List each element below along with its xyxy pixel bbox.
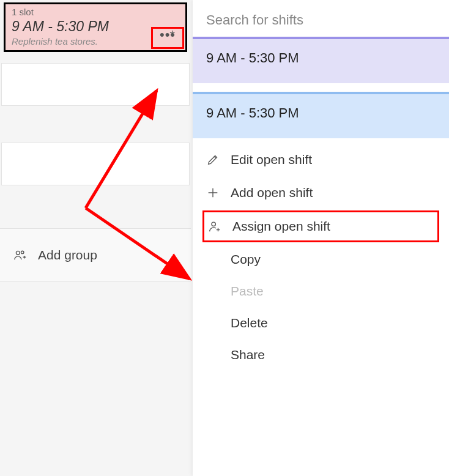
add-group-label: Add group	[38, 248, 97, 262]
context-menu: Edit open shift Add open shift Assign op…	[193, 138, 449, 376]
plus-icon	[205, 185, 221, 201]
pencil-icon	[205, 152, 221, 168]
copy-menuitem[interactable]: Copy	[193, 244, 449, 275]
open-shift-card[interactable]: 1 slot 9 AM - 5:30 PM Replenish tea stor…	[4, 2, 187, 52]
delete-menuitem[interactable]: Delete	[193, 307, 449, 339]
add-open-shift-menuitem[interactable]: Add open shift	[193, 176, 449, 209]
add-group-button[interactable]: Add group	[0, 228, 191, 282]
edit-open-shift-menuitem[interactable]: Edit open shift	[193, 143, 449, 176]
search-input[interactable]	[206, 12, 436, 28]
menu-label: Share	[231, 348, 265, 362]
assign-person-icon	[207, 218, 223, 234]
menu-label: Add open shift	[231, 185, 313, 200]
menu-label: Copy	[231, 252, 261, 267]
left-column: 1 slot 9 AM - 5:30 PM Replenish tea stor…	[0, 0, 191, 476]
menu-label: Edit open shift	[231, 152, 312, 167]
shift-option[interactable]: 9 AM - 5:30 PM	[193, 92, 449, 138]
shift-option[interactable]: 9 AM - 5:30 PM	[193, 37, 449, 83]
svg-point-2	[212, 222, 215, 226]
search-row	[193, 0, 449, 37]
menu-label: Paste	[231, 284, 264, 299]
empty-row[interactable]	[1, 63, 190, 106]
svg-point-1	[21, 251, 23, 253]
context-menu-panel: 9 AM - 5:30 PM 9 AM - 5:30 PM Edit open …	[193, 0, 449, 476]
menu-label: Delete	[231, 316, 268, 330]
add-people-icon	[12, 247, 28, 263]
menu-label: Assign open shift	[232, 219, 330, 234]
shift-slot-label: 1 slot	[6, 4, 185, 18]
shift-option-label: 9 AM - 5:30 PM	[206, 105, 299, 121]
svg-point-0	[16, 251, 20, 255]
share-menuitem[interactable]: Share	[193, 339, 449, 371]
paste-menuitem: Paste	[193, 275, 449, 307]
shift-option-label: 9 AM - 5:30 PM	[206, 50, 299, 65]
more-options-button[interactable]: •••	[151, 27, 184, 49]
empty-row[interactable]	[1, 143, 190, 185]
assign-open-shift-menuitem[interactable]: Assign open shift	[202, 210, 439, 242]
